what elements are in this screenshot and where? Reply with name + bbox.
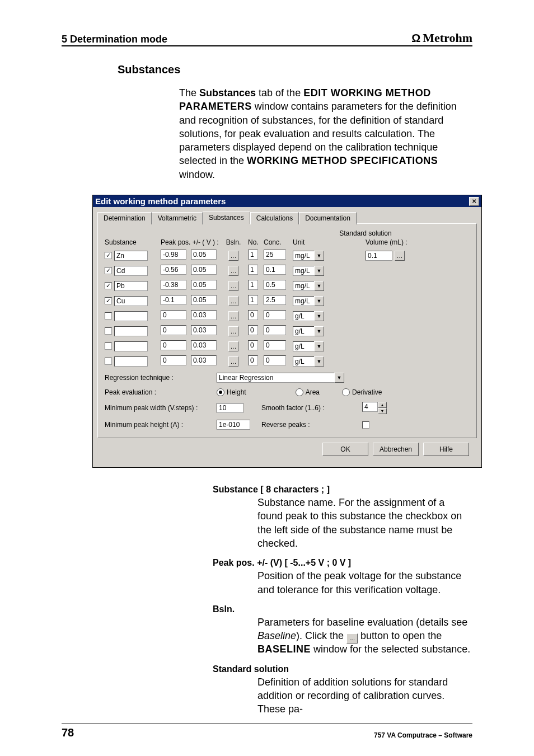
chevron-down-icon[interactable]: ▼ (314, 341, 324, 351)
tab-calculations[interactable]: Calculations (250, 212, 299, 224)
peakpos-input[interactable]: 0 (161, 325, 186, 335)
volume-more-button[interactable]: … (395, 251, 405, 261)
substance-checkbox[interactable]: ✓ (105, 282, 112, 289)
substance-checkbox[interactable]: ✓ (105, 297, 112, 304)
substance-checkbox[interactable] (105, 312, 112, 320)
peakpos-input[interactable]: -0.98 (161, 250, 186, 260)
bsln-button[interactable]: … (228, 251, 238, 261)
std-no-input[interactable]: 0 (248, 310, 258, 320)
peakpos-input[interactable]: 0 (161, 340, 186, 350)
radio-area[interactable]: Area (296, 388, 320, 396)
substance-name-input[interactable]: Cd (114, 266, 148, 276)
tab-determination[interactable]: Determination (97, 212, 152, 224)
cancel-button[interactable]: Abbrechen (373, 443, 419, 456)
chevron-down-icon[interactable]: ▼ (378, 408, 387, 414)
substance-row: ✓Cd-0.560.05…10.1mg/L▼ (105, 265, 470, 276)
substance-checkbox[interactable]: ✓ (105, 252, 112, 259)
std-no-input[interactable]: 1 (248, 280, 258, 290)
substance-name-input[interactable] (114, 356, 148, 367)
std-conc-input[interactable]: 0 (264, 310, 286, 320)
peakpos-input[interactable]: 0 (161, 355, 186, 365)
peaktol-input[interactable]: 0.03 (191, 325, 217, 335)
unit-select[interactable]: g/L▼ (293, 326, 324, 336)
col-volume: Volume (mL) : (366, 238, 427, 246)
peakpos-input[interactable]: -0.38 (161, 280, 186, 290)
substance-name-input[interactable]: Zn (114, 251, 148, 261)
unit-select[interactable]: mg/L▼ (293, 266, 324, 276)
chevron-down-icon[interactable]: ▼ (314, 311, 324, 321)
help-button[interactable]: Hilfe (423, 443, 469, 456)
peakpos-input[interactable]: 0 (161, 310, 186, 320)
tab-documentation[interactable]: Documentation (299, 212, 357, 224)
std-conc-input[interactable]: 2.5 (264, 295, 286, 305)
std-no-input[interactable]: 1 (248, 250, 258, 260)
min-width-input[interactable]: 10 (217, 403, 243, 413)
substance-name-input[interactable] (114, 326, 148, 336)
std-conc-input[interactable]: 0 (264, 340, 286, 350)
std-no-input[interactable]: 0 (248, 355, 258, 365)
peaktol-input[interactable]: 0.05 (191, 265, 217, 275)
std-conc-input[interactable]: 0.1 (264, 265, 286, 275)
std-no-input[interactable]: 1 (248, 295, 258, 305)
ok-button[interactable]: OK (322, 443, 368, 456)
unit-select[interactable]: g/L▼ (293, 341, 324, 351)
peaktol-input[interactable]: 0.03 (191, 310, 217, 320)
col-substance: Substance (105, 238, 161, 246)
std-no-input[interactable]: 1 (248, 265, 258, 275)
chevron-down-icon[interactable]: ▼ (314, 326, 324, 336)
regression-label: Regression technique : (105, 374, 217, 382)
std-conc-input[interactable]: 0 (264, 325, 286, 335)
tab-substances[interactable]: Substances (203, 212, 250, 224)
substance-checkbox[interactable] (105, 327, 112, 335)
substance-name-input[interactable]: Pb (114, 281, 148, 291)
peaktol-input[interactable]: 0.05 (191, 250, 217, 260)
substance-checkbox[interactable] (105, 342, 112, 350)
chevron-down-icon[interactable]: ▼ (314, 266, 324, 276)
bsln-button[interactable]: … (228, 266, 238, 276)
substance-name-input[interactable]: Cu (114, 296, 148, 306)
std-conc-input[interactable]: 25 (264, 250, 286, 260)
tab-voltammetric[interactable]: Voltammetric (152, 212, 203, 224)
bsln-button[interactable]: … (228, 326, 238, 336)
radio-height[interactable]: Height (217, 388, 246, 396)
smooth-stepper[interactable]: 4 ▲▼ (362, 402, 387, 414)
chevron-down-icon[interactable]: ▼ (314, 251, 324, 261)
chevron-down-icon[interactable]: ▼ (314, 281, 324, 291)
def-std-title: Standard solution (213, 664, 472, 674)
std-no-input[interactable]: 0 (248, 325, 258, 335)
bsln-button[interactable]: … (228, 311, 238, 321)
peakpos-input[interactable]: -0.1 (161, 295, 186, 305)
reverse-checkbox[interactable] (362, 421, 369, 429)
page-number: 78 (62, 726, 74, 739)
std-no-input[interactable]: 0 (248, 340, 258, 350)
bsln-button[interactable]: … (228, 281, 238, 291)
min-height-input[interactable]: 1e-010 (217, 420, 250, 430)
peakpos-input[interactable]: -0.56 (161, 265, 186, 275)
regression-select[interactable]: Linear Regression ▼ (217, 373, 344, 383)
chevron-down-icon[interactable]: ▼ (314, 356, 324, 367)
bsln-button[interactable]: … (228, 341, 238, 351)
chevron-down-icon[interactable]: ▼ (314, 296, 324, 306)
bsln-button[interactable]: … (228, 356, 238, 367)
unit-select[interactable]: mg/L▼ (293, 296, 324, 306)
unit-select[interactable]: mg/L▼ (293, 281, 324, 291)
peaktol-input[interactable]: 0.03 (191, 340, 217, 350)
chevron-up-icon[interactable]: ▲ (378, 402, 387, 408)
peaktol-input[interactable]: 0.03 (191, 355, 217, 365)
unit-select[interactable]: g/L▼ (293, 311, 324, 321)
bsln-button[interactable]: … (228, 296, 238, 306)
substance-name-input[interactable] (114, 311, 148, 321)
std-conc-input[interactable]: 0 (264, 355, 286, 365)
peaktol-input[interactable]: 0.05 (191, 280, 217, 290)
substance-checkbox[interactable]: ✓ (105, 267, 112, 274)
radio-derivative[interactable]: Derivative (342, 388, 382, 396)
std-conc-input[interactable]: 0.5 (264, 280, 286, 290)
volume-input[interactable]: 0.1 (366, 251, 392, 261)
chevron-down-icon[interactable]: ▼ (334, 373, 344, 383)
close-icon[interactable]: ✕ (469, 197, 479, 206)
peaktol-input[interactable]: 0.05 (191, 295, 217, 305)
substance-name-input[interactable] (114, 341, 148, 351)
unit-select[interactable]: g/L▼ (293, 356, 324, 367)
substance-checkbox[interactable] (105, 358, 112, 365)
unit-select[interactable]: mg/L▼ (293, 251, 324, 261)
